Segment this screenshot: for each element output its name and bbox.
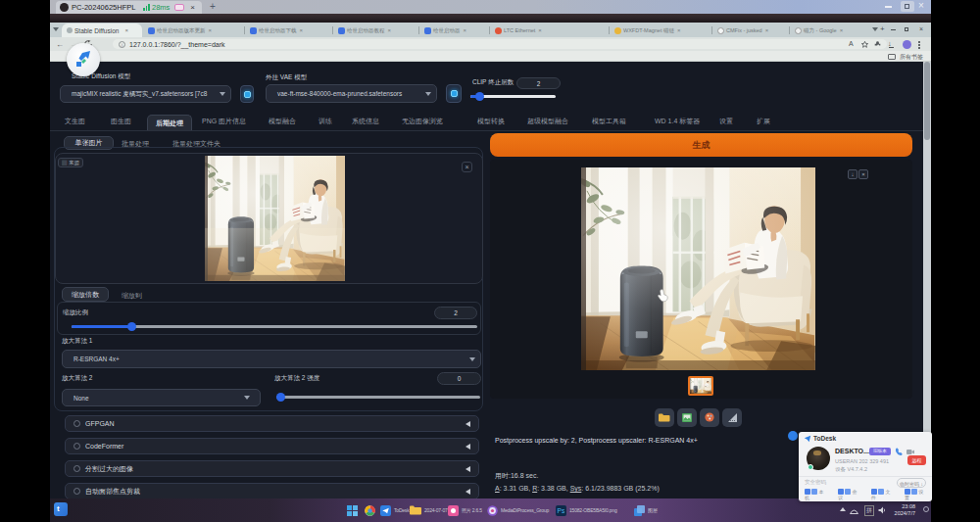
svg-text:Ps: Ps: [558, 507, 565, 514]
